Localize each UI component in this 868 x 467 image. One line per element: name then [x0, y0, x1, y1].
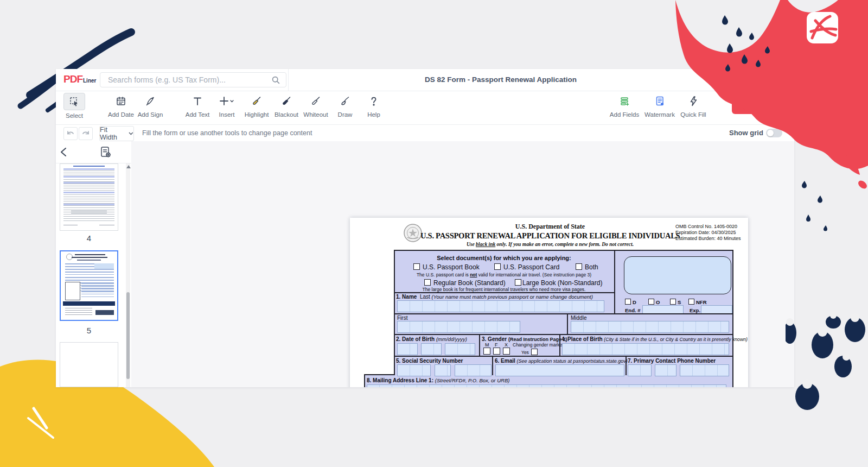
form-jut-top-border	[364, 374, 395, 375]
checkbox-passport-book[interactable]	[413, 263, 420, 270]
s5-top-line	[394, 356, 733, 357]
search-input[interactable]	[100, 72, 286, 87]
phone-field-3[interactable]	[680, 364, 729, 376]
zoom-mode-value: Fit Width	[100, 126, 126, 141]
logo-liner-text: Liner	[83, 78, 96, 84]
ssn-field-1[interactable]	[397, 364, 431, 376]
checkbox-o[interactable]	[648, 299, 654, 305]
gender-marker-question: Changing gender marker?	[513, 342, 566, 348]
add-date-button[interactable]: Add Date	[106, 93, 136, 118]
checkbox-large-book[interactable]	[515, 279, 521, 286]
pdfliner-logo[interactable]: PDF Liner	[63, 73, 96, 85]
select-button[interactable]: Select	[59, 93, 90, 119]
dob-month-field[interactable]	[397, 343, 418, 355]
thumbnail-page-5[interactable]	[60, 250, 118, 321]
phone-field-1[interactable]	[628, 364, 652, 376]
name-last-field[interactable]	[397, 300, 604, 312]
insert-button[interactable]: Insert	[212, 93, 242, 118]
gender-yes-checkbox[interactable]	[531, 349, 538, 355]
plus-icon	[219, 95, 235, 107]
whiteout-button[interactable]: Whiteout	[301, 93, 331, 118]
help-button[interactable]: Help	[359, 93, 389, 118]
zoom-mode-select[interactable]: Fit Width	[99, 126, 134, 141]
redo-button[interactable]	[79, 127, 93, 140]
page-settings-icon[interactable]	[99, 146, 112, 159]
label-exp: Exp.	[690, 307, 700, 313]
s1-middle-label: Middle	[571, 315, 586, 321]
add-sign-button[interactable]: Add Sign	[135, 93, 165, 118]
header-divider	[288, 69, 289, 91]
s3-label: 3. Gender (Read Instruction Page 2)	[482, 336, 567, 342]
checkbox-s[interactable]	[670, 299, 676, 305]
s7-label: 7. Primary Contact Phone Number	[628, 358, 716, 364]
option-both: Both	[585, 263, 598, 271]
undo-icon	[66, 130, 75, 137]
gender-x-checkbox[interactable]	[503, 348, 510, 355]
back-chevron-icon[interactable]	[60, 147, 67, 157]
endorsement-box[interactable]	[624, 256, 731, 294]
checkbox-d[interactable]	[625, 299, 631, 305]
dob-year-field[interactable]	[445, 343, 475, 355]
gender-m-checkbox[interactable]	[483, 348, 490, 355]
label-d: D	[633, 299, 636, 305]
whiteout-brush-icon	[310, 95, 322, 107]
checkbox-regular-book[interactable]	[424, 279, 431, 286]
s6-label: 6. Email (See application status at pass…	[495, 358, 628, 364]
search-icon	[272, 76, 280, 84]
email-field[interactable]	[495, 364, 624, 376]
label-o: O	[656, 299, 660, 305]
pages-sidebar: 4 5	[56, 141, 132, 387]
undo-button[interactable]	[63, 127, 78, 140]
thumbnail-page-4[interactable]	[60, 163, 118, 231]
draw-button[interactable]: Draw	[330, 93, 360, 118]
s3-s4-divider	[559, 334, 560, 356]
form-page: U.S. Department of State U.S. PASSPORT R…	[350, 218, 748, 387]
s3-x-label: X	[505, 342, 508, 348]
screen: PDF Liner DS 82 Form - Passport Renewal …	[0, 0, 868, 467]
gender-yes-label: Yes	[521, 350, 529, 355]
ssn-field-2[interactable]	[435, 364, 451, 376]
red-blob-decoration	[651, 0, 868, 239]
label-nfr: NFR	[696, 299, 707, 305]
sidebar-header	[56, 141, 131, 163]
document-title: DS 82 Form - Passport Renewal Applicatio…	[289, 69, 712, 91]
blackout-brush-icon	[280, 95, 292, 107]
add-text-button[interactable]: Add Text	[182, 93, 213, 118]
s2-label: 2. Date of Birth (mm/dd/yyyy)	[396, 336, 467, 342]
select-docs-title: Select document(s) for which you are app…	[394, 255, 614, 261]
redo-icon	[81, 130, 90, 137]
thumbnail-page-6[interactable]	[60, 342, 118, 387]
name-middle-field[interactable]	[571, 321, 729, 333]
page-label-5: 5	[56, 326, 122, 335]
ssn-field-3[interactable]	[455, 364, 492, 376]
book-note: The large book is for frequent internati…	[394, 287, 614, 292]
s4-label: 4. Place of Birth (City & State if in th…	[561, 336, 748, 342]
dob-day-field[interactable]	[421, 343, 442, 355]
form-title: U.S. PASSPORT RENEWAL APPLICATION FOR EL…	[420, 231, 680, 241]
highlight-button[interactable]: Highlight	[241, 93, 272, 118]
checkbox-both[interactable]	[576, 263, 582, 270]
sidebar-scrollbar-thumb[interactable]	[126, 292, 130, 379]
s1-first-label: First	[397, 315, 407, 321]
option-regular-book: Regular Book (Standard)	[433, 279, 506, 287]
first-middle-divider	[567, 313, 568, 334]
checkbox-passport-card[interactable]	[494, 263, 501, 270]
phone-field-2[interactable]	[655, 364, 676, 376]
form-instruction: Use black ink only. If you make an error…	[420, 242, 680, 247]
s5-s6-divider	[492, 356, 493, 375]
help-icon	[368, 95, 380, 107]
highlight-brush-icon	[251, 95, 263, 107]
blackout-button[interactable]: Blackout	[271, 93, 302, 118]
scroll-up-arrow[interactable]	[126, 165, 131, 168]
address-line1-field[interactable]	[367, 384, 726, 387]
gender-f-checkbox[interactable]	[493, 348, 500, 355]
place-of-birth-field[interactable]	[562, 343, 729, 355]
add-fields-icon	[618, 95, 630, 107]
endorsement-divider	[614, 250, 615, 313]
checkbox-nfr[interactable]	[688, 299, 694, 305]
calendar-icon	[115, 95, 127, 107]
name-first-field[interactable]	[397, 321, 520, 333]
card-note: The U.S. passport card is not valid for …	[394, 272, 614, 277]
draw-brush-icon	[339, 95, 351, 107]
add-fields-button[interactable]: Add Fields	[609, 93, 640, 118]
